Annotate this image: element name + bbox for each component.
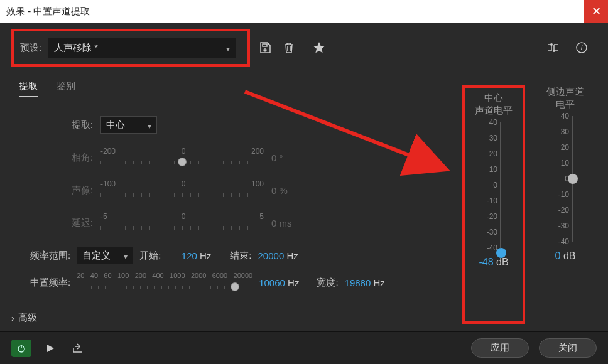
chevron-down-icon bbox=[124, 250, 128, 261]
center-freq-value[interactable]: 10060 bbox=[259, 277, 285, 288]
side-level-box: 侧边声道 电平 40 30 20 10 0 -10 -20 -30 -40 bbox=[534, 85, 597, 324]
side-level-knob[interactable] bbox=[568, 174, 578, 184]
side-level-slider[interactable]: 40 30 20 10 0 -10 -20 -30 -40 bbox=[553, 116, 578, 242]
center-freq-label: 中置频率: bbox=[30, 277, 70, 289]
pan-label: 声像: bbox=[49, 185, 93, 196]
preset-label: 预设: bbox=[20, 42, 41, 54]
left-panel: 提取 鉴别 提取: 中心 相角: -200 0 bbox=[11, 80, 462, 324]
phase-knob[interactable] bbox=[178, 158, 187, 166]
close-button[interactable]: 关闭 bbox=[539, 338, 597, 358]
phase-slider[interactable]: -200 0 200 bbox=[100, 147, 264, 168]
extract-select[interactable]: 中心 bbox=[100, 116, 157, 134]
chevron-down-icon bbox=[226, 43, 230, 53]
power-button[interactable] bbox=[11, 340, 31, 357]
bottom-bar: 应用 关闭 bbox=[0, 331, 608, 364]
center-level-slider[interactable]: 40 30 20 10 0 -10 -20 -30 -40 bbox=[481, 122, 506, 248]
center-level-knob[interactable] bbox=[496, 248, 506, 258]
start-value[interactable]: 120 bbox=[182, 250, 197, 261]
tab-discriminate[interactable]: 鉴别 bbox=[57, 80, 75, 97]
extract-label: 提取: bbox=[49, 119, 93, 131]
side-level-value[interactable]: 0 bbox=[555, 250, 561, 261]
window-title: 效果 - 中置声道提取 bbox=[6, 6, 90, 18]
play-icon[interactable] bbox=[41, 340, 59, 357]
info-icon[interactable]: i bbox=[573, 39, 590, 56]
end-value[interactable]: 20000 bbox=[258, 250, 285, 261]
width-label: 宽度: bbox=[317, 277, 338, 289]
preset-value: 人声移除 * bbox=[54, 42, 98, 54]
start-label: 开始: bbox=[139, 250, 161, 262]
advanced-toggle[interactable]: › 高级 bbox=[11, 312, 450, 324]
preset-highlight-box: 预设: 人声移除 * bbox=[11, 29, 250, 67]
svg-point-1 bbox=[553, 50, 555, 52]
center-level-value[interactable]: -48 bbox=[479, 257, 493, 267]
center-level-box: 中心 声道电平 40 30 20 10 0 -10 -20 -30 -40 bbox=[462, 85, 525, 324]
tabs: 提取 鉴别 bbox=[19, 80, 450, 97]
chevron-down-icon bbox=[148, 120, 151, 131]
end-label: 结束: bbox=[230, 250, 251, 262]
pan-slider[interactable]: -100 0 100 bbox=[100, 179, 264, 201]
center-freq-slider[interactable]: 20 40 60 100 200 400 1000 2000 6000 2000… bbox=[77, 272, 252, 293]
close-window-button[interactable]: ✕ bbox=[584, 0, 608, 23]
export-icon[interactable] bbox=[69, 340, 87, 357]
level-sliders: 中心 声道电平 40 30 20 10 0 -10 -20 -30 -40 bbox=[462, 80, 597, 324]
phase-label: 相角: bbox=[49, 152, 93, 164]
routing-icon[interactable] bbox=[544, 39, 562, 56]
svg-point-0 bbox=[550, 43, 553, 46]
svg-text:i: i bbox=[581, 44, 583, 51]
delay-label: 延迟: bbox=[49, 217, 93, 229]
tab-extract[interactable]: 提取 bbox=[19, 80, 38, 97]
chevron-right-icon: › bbox=[11, 313, 14, 323]
freq-range-label: 频率范围: bbox=[30, 250, 70, 262]
apply-button[interactable]: 应用 bbox=[471, 338, 529, 358]
delay-slider[interactable]: -5 0 5 bbox=[100, 212, 264, 233]
preset-row: 预设: 人声移除 * i bbox=[11, 28, 597, 68]
width-value[interactable]: 19880 bbox=[345, 277, 371, 288]
freq-range-select[interactable]: 自定义 bbox=[77, 247, 133, 264]
save-preset-icon[interactable] bbox=[256, 39, 274, 56]
star-icon[interactable] bbox=[310, 39, 328, 56]
center-freq-knob[interactable] bbox=[231, 282, 239, 291]
title-bar: 效果 - 中置声道提取 ✕ bbox=[0, 0, 608, 23]
trash-icon[interactable] bbox=[280, 39, 298, 56]
preset-select[interactable]: 人声移除 * bbox=[48, 38, 236, 58]
